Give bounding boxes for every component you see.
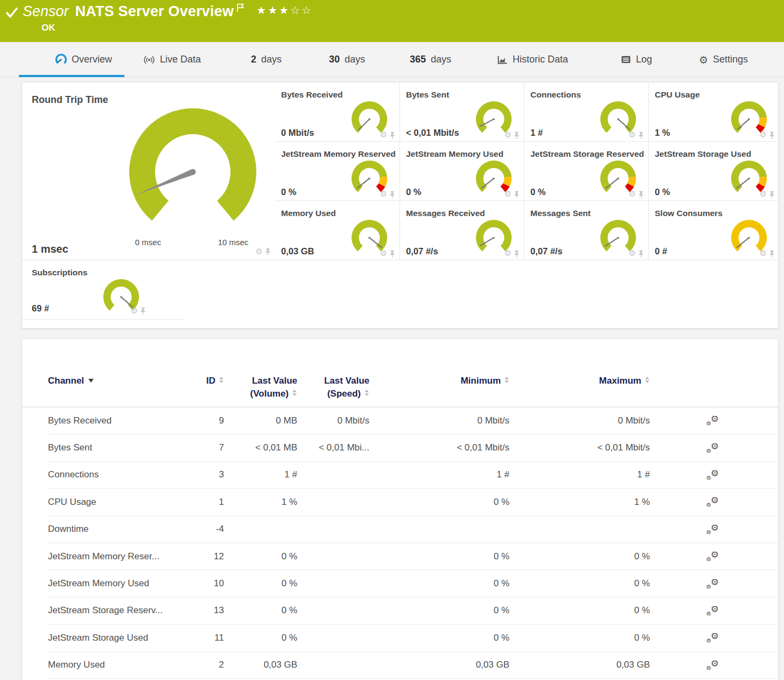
gauge-value: 0,07 #/s: [530, 246, 563, 256]
gauge-cell-subscriptions[interactable]: Subscriptions 69 # ⚙: [22, 260, 184, 320]
pin-icon[interactable]: [389, 250, 395, 258]
gauge-settings-gear-icon[interactable]: ⚙: [760, 190, 767, 198]
gauge-cell-messages-received[interactable]: Messages Received0,07 #/s⚙: [400, 201, 524, 260]
pin-icon[interactable]: [514, 191, 520, 198]
channel-settings-icon[interactable]: ⚙⚙: [705, 525, 719, 534]
column-header-minimum[interactable]: Minimum: [369, 374, 509, 407]
pin-icon[interactable]: [265, 248, 271, 255]
gauge-title: Round Trip Time: [32, 94, 108, 106]
column-header-last-value-volume[interactable]: Last Value (Volume): [224, 374, 297, 407]
tab-historic-data[interactable]: Historic Data: [497, 42, 568, 77]
gauge-settings-gear-icon[interactable]: ⚙: [629, 131, 636, 139]
gauge-settings-gear-icon[interactable]: ⚙: [505, 249, 512, 258]
gauge-settings-gear-icon[interactable]: ⚙: [380, 190, 387, 198]
tab-365-days[interactable]: 365 days: [410, 42, 451, 77]
tab-label: days: [431, 54, 451, 65]
gauge-cell-round-trip-time[interactable]: Round Trip Time 0 msec 10 msec 1 msec ⚙: [22, 82, 275, 260]
tab-overview[interactable]: Overview: [55, 42, 112, 77]
priority-stars[interactable]: ★★★☆☆: [256, 4, 313, 17]
gauge-cell-slow-consumers[interactable]: Slow Consumers0 #⚙: [648, 201, 779, 260]
channel-settings-icon[interactable]: ⚙⚙: [705, 497, 719, 506]
gauge-cell-jetstream-storage-reserved[interactable]: JetStream Storage Reserved0 %⚙: [524, 142, 648, 201]
cell-maximum: 0 %: [509, 605, 650, 616]
tab-log[interactable]: Log: [621, 42, 652, 77]
gauge-cell-jetstream-memory-reserved[interactable]: JetStream Memory Reserved0 %⚙: [275, 142, 400, 201]
tab-number: 30: [329, 54, 340, 65]
tab-label: Historic Data: [513, 54, 568, 65]
table-row: Connections31 #1 #1 #⚙⚙: [48, 462, 778, 489]
gauge-cell-messages-sent[interactable]: Messages Sent0,07 #/s⚙: [524, 201, 648, 260]
channel-table-panel: Channel ID Last Value (Volume) Last Valu…: [22, 338, 779, 680]
gauge-settings-gear-icon[interactable]: ⚙: [380, 131, 387, 139]
tab-live-data[interactable]: Live Data: [143, 42, 201, 77]
pin-icon[interactable]: [638, 191, 644, 198]
channel-settings-icon[interactable]: ⚙⚙: [705, 443, 719, 453]
column-header-id[interactable]: ID: [183, 374, 224, 407]
cell-id: 1: [183, 497, 224, 508]
cell-maximum: 1 #: [509, 469, 650, 480]
broadcast-icon: [143, 55, 155, 65]
gauge-value: 1 msec: [32, 243, 68, 255]
gauge-cell-memory-used[interactable]: Memory Used0,03 GB⚙: [275, 201, 400, 260]
pin-icon[interactable]: [140, 307, 146, 315]
pin-icon[interactable]: [769, 131, 775, 139]
gauge-settings-gear-icon[interactable]: ⚙: [380, 249, 387, 258]
gauge-cell-connections[interactable]: Connections1 #⚙: [524, 82, 648, 142]
gauge-value: 0 %: [530, 187, 545, 197]
gauge-cell-bytes-received[interactable]: Bytes Received0 Mbit/s⚙: [275, 82, 400, 142]
cell-maximum: 0 %: [509, 578, 650, 589]
channel-settings-icon[interactable]: ⚙⚙: [705, 606, 719, 615]
pin-icon[interactable]: [514, 250, 520, 258]
tab-30-days[interactable]: 30 days: [329, 42, 365, 77]
page-title: NATS Server Overview: [75, 3, 234, 20]
cell-channel: JetStream Storage Reserv...: [48, 605, 183, 616]
pin-icon[interactable]: [769, 250, 775, 258]
sensor-tab-bar: Overview Live Data 2 days 30 days 365 da…: [0, 42, 784, 78]
cell-maximum: 0,03 GB: [509, 660, 650, 670]
gauge-value: 0,07 #/s: [406, 246, 438, 256]
status-badge: OK: [41, 23, 55, 33]
column-header-last-value-speed[interactable]: Last Value (Speed): [297, 374, 369, 407]
gauge-cell-bytes-sent[interactable]: Bytes Sent< 0,01 Mbit/s⚙: [400, 82, 524, 142]
gauge-settings-gear-icon[interactable]: ⚙: [760, 249, 767, 258]
cell-actions: ⚙⚙: [650, 579, 779, 588]
gauge-cell-jetstream-memory-used[interactable]: JetStream Memory Used0 %⚙: [400, 142, 524, 201]
gauge-settings-gear-icon[interactable]: ⚙: [505, 190, 512, 198]
pin-icon[interactable]: [389, 191, 395, 198]
pin-icon[interactable]: [514, 131, 520, 139]
column-header-channel[interactable]: Channel: [48, 374, 183, 407]
channel-settings-icon[interactable]: ⚙⚙: [705, 633, 719, 642]
priority-flag-icon[interactable]: [237, 3, 244, 12]
gauge-settings-gear-icon[interactable]: ⚙: [629, 249, 636, 258]
channel-settings-icon[interactable]: ⚙⚙: [705, 579, 719, 588]
gauge-settings-gear-icon[interactable]: ⚙: [629, 190, 636, 198]
gauge-settings-gear-icon[interactable]: ⚙: [256, 247, 263, 256]
gauge-settings-gear-icon[interactable]: ⚙: [131, 306, 138, 316]
pin-icon[interactable]: [389, 131, 395, 139]
channel-settings-icon[interactable]: ⚙⚙: [705, 416, 719, 425]
channel-settings-icon[interactable]: ⚙⚙: [705, 661, 719, 670]
cell-actions: ⚙⚙: [650, 606, 779, 615]
gauge-settings-gear-icon[interactable]: ⚙: [760, 131, 767, 139]
pin-icon[interactable]: [769, 191, 775, 198]
gauge-cell-jetstream-storage-used[interactable]: JetStream Storage Used0 %⚙: [648, 142, 779, 201]
channel-settings-icon[interactable]: ⚙⚙: [705, 552, 719, 561]
column-header-maximum[interactable]: Maximum: [509, 374, 650, 407]
channel-settings-icon[interactable]: ⚙⚙: [705, 470, 719, 480]
cell-last_volume: < 0,01 MB: [224, 442, 297, 453]
tab-settings[interactable]: ⚙ Settings: [699, 42, 748, 77]
cell-minimum: 0 %: [369, 605, 509, 616]
table-row: Memory Used20,03 GB0,03 GB0,03 GB⚙⚙: [48, 652, 778, 679]
pin-icon[interactable]: [638, 250, 644, 258]
gauge-title: Messages Sent: [530, 209, 591, 218]
gauge-settings-gear-icon[interactable]: ⚙: [505, 131, 512, 139]
tab-2-days[interactable]: 2 days: [251, 42, 282, 77]
table-row: JetStream Memory Used100 %0 %0 %⚙⚙: [48, 570, 778, 597]
gauge-cell-cpu-usage[interactable]: CPU Usage1 %⚙: [648, 82, 779, 142]
gauge-title: Memory Used: [281, 209, 336, 218]
tab-number: 2: [251, 54, 256, 65]
pin-icon[interactable]: [638, 131, 644, 139]
cell-last_volume: 0 %: [224, 633, 297, 643]
gauge-value: 0 #: [655, 246, 667, 256]
cell-minimum: 1 #: [369, 469, 509, 480]
